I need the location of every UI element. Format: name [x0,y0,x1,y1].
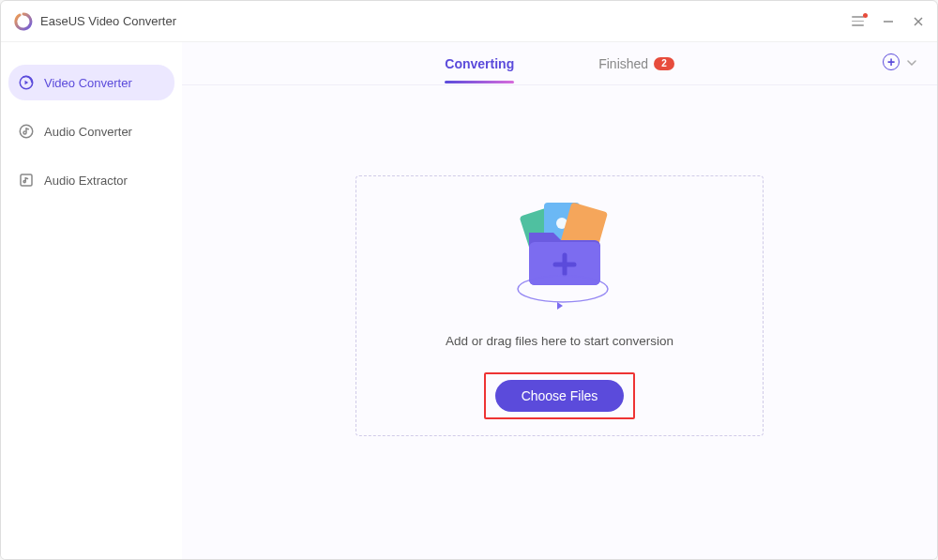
sidebar: Video Converter Audio Converter [1,42,182,559]
audio-extract-icon [18,172,35,189]
sidebar-item-label: Audio Converter [44,125,132,139]
finished-badge: 2 [654,57,674,70]
svg-marker-4 [25,81,29,85]
tab-finished[interactable]: Finished 2 [598,45,673,83]
close-button[interactable] [913,16,924,27]
audio-convert-icon [18,123,35,140]
dropzone[interactable]: Add or drag files here to start conversi… [356,175,764,436]
sidebar-item-label: Audio Extractor [44,174,128,188]
sidebar-item-audio-converter[interactable]: Audio Converter [8,114,174,149]
tabs-row: Converting Finished 2 + [182,42,937,85]
app-title: EaseUS Video Converter [40,14,176,28]
main-panel: Converting Finished 2 + [182,42,937,559]
app-window: EaseUS Video Converter [0,0,938,560]
content-area: Add or drag files here to start conversi… [182,85,937,559]
app-logo-icon [14,12,33,31]
tabs: Converting Finished 2 [445,45,673,83]
svg-marker-15 [557,302,563,310]
add-files-button[interactable]: + [883,53,916,70]
chevron-down-icon [907,57,916,68]
tab-label: Converting [445,56,514,71]
sidebar-item-video-converter[interactable]: Video Converter [8,65,174,100]
choose-files-highlight: Choose Files [484,372,636,419]
dropzone-hint: Add or drag files here to start conversi… [446,334,673,348]
body-area: Video Converter Audio Converter [1,42,937,559]
tab-converting[interactable]: Converting [445,45,514,83]
choose-files-button[interactable]: Choose Files [495,380,625,412]
hamburger-icon [852,16,864,26]
tab-label: Finished [598,56,648,71]
notification-dot-icon [863,13,868,18]
plus-icon: + [883,53,900,70]
titlebar: EaseUS Video Converter [1,1,937,42]
minimize-button[interactable] [883,16,894,27]
window-controls [852,16,924,27]
sidebar-item-label: Video Converter [44,76,132,90]
video-convert-icon [18,74,35,91]
folder-illustration-icon [490,193,630,325]
menu-button[interactable] [852,16,864,26]
sidebar-item-audio-extractor[interactable]: Audio Extractor [8,162,174,198]
